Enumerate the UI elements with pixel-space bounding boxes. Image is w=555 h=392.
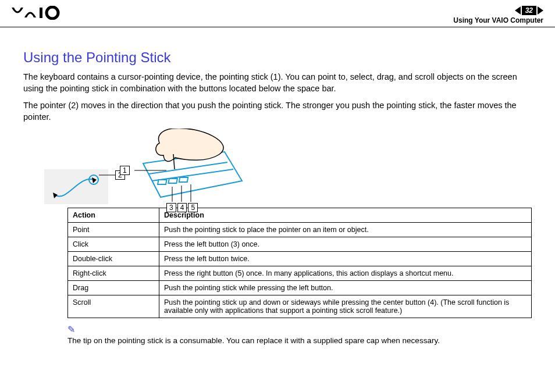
table-header-row: Action Description	[68, 208, 532, 223]
svg-marker-4	[92, 177, 97, 183]
page-number: 32	[522, 6, 536, 15]
callout-3: 3	[166, 203, 176, 212]
page-header: 32 Using Your VAIO Computer	[0, 0, 555, 27]
callout-5: 5	[188, 203, 198, 212]
cell-action: Point	[68, 223, 159, 237]
table-row: DragPush the pointing stick while pressi…	[68, 281, 532, 295]
page-title: Using the Pointing Stick	[23, 49, 532, 66]
note-text: The tip on the pointing stick is a consu…	[67, 336, 440, 345]
col-action: Action	[68, 208, 159, 223]
table-row: PointPush the pointing stick to place th…	[68, 223, 532, 237]
table-row: Right-clickPress the right button (5) on…	[68, 266, 532, 281]
svg-rect-10	[168, 179, 177, 183]
svg-marker-3	[53, 193, 58, 198]
section-label: Using Your VAIO Computer	[453, 16, 543, 24]
next-page-icon[interactable]	[538, 6, 543, 15]
page-content: Using the Pointing Stick The keyboard co…	[0, 27, 555, 345]
prev-page-icon[interactable]	[515, 6, 521, 15]
svg-rect-9	[158, 180, 166, 184]
cell-action: Drag	[68, 281, 159, 295]
cell-desc: Push the pointing stick while pressing t…	[159, 281, 532, 295]
svg-rect-11	[179, 177, 188, 182]
callout-1: 1	[120, 166, 130, 175]
cell-desc: Push the pointing stick to place the poi…	[159, 223, 532, 237]
illustration-row: 2	[44, 129, 532, 204]
table-row: Double-clickPress the left button twice.	[68, 252, 532, 266]
svg-point-1	[47, 7, 58, 19]
cell-action: Click	[68, 237, 159, 252]
cell-desc: Push the pointing stick up and down or s…	[159, 295, 532, 318]
cell-desc: Press the left button (3) once.	[159, 237, 532, 252]
cell-action: Scroll	[68, 295, 159, 318]
header-right: 32 Using Your VAIO Computer	[453, 6, 543, 24]
keyboard-illustration: 1 3 4 5	[131, 129, 248, 204]
intro-paragraph-1: The keyboard contains a cursor-pointing …	[23, 72, 532, 94]
action-table: Action Description PointPush the pointin…	[67, 208, 532, 318]
intro-paragraph-2: The pointer (2) moves in the direction t…	[23, 100, 532, 123]
note-icon: ✎	[67, 324, 532, 335]
cell-action: Double-click	[68, 252, 159, 266]
table-row: ScrollPush the pointing stick up and dow…	[68, 295, 532, 318]
vaio-logo	[12, 6, 76, 20]
col-description: Description	[159, 208, 532, 223]
callout-4: 4	[177, 203, 187, 212]
note: ✎ The tip on the pointing stick is a con…	[67, 324, 532, 345]
cell-desc: Press the right button (5) once. In many…	[159, 266, 532, 281]
cell-action: Right-click	[68, 266, 159, 281]
table-row: ClickPress the left button (3) once.	[68, 237, 532, 252]
cell-desc: Press the left button twice.	[159, 252, 532, 266]
svg-rect-0	[40, 8, 42, 18]
